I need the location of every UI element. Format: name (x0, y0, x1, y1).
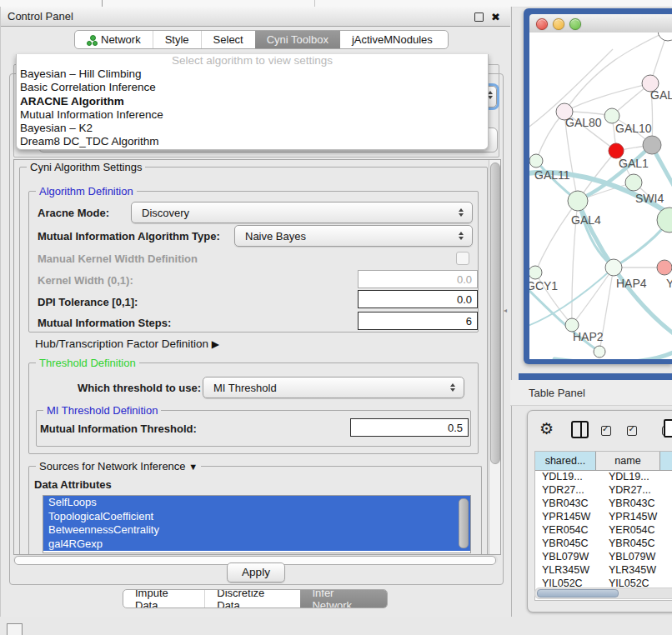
close-icon[interactable]: ✖ (491, 11, 500, 23)
node-y[interactable] (657, 260, 672, 275)
dropdown-item[interactable]: Mutual Information Inference (17, 108, 488, 122)
column-header-name[interactable]: name (596, 452, 660, 471)
table-cell: YBR043C (602, 497, 672, 510)
tab-discretize-data[interactable]: Discretize Data (204, 590, 300, 608)
threshold-definition-title: Threshold Definition (36, 357, 139, 369)
node[interactable] (594, 346, 605, 358)
gear-icon[interactable]: ⚙ (539, 419, 554, 438)
aracne-mode-value: Discovery (132, 207, 454, 219)
attribute-list-item[interactable]: gal4RGexp (43, 538, 470, 552)
aracne-mode-select[interactable]: Discovery (131, 202, 473, 223)
table-row[interactable]: YBR045CYBR045C9. (535, 537, 672, 550)
attribute-list-item[interactable]: SelfLoops (43, 496, 470, 510)
pane-splitter-handle[interactable]: ◂ (504, 308, 508, 313)
tab-impute-data[interactable]: Impute Data (123, 590, 204, 608)
scrollbar-thumb[interactable] (490, 162, 500, 464)
node-label: GAL11 (534, 168, 570, 182)
minimize-traffic-light-icon[interactable] (553, 18, 564, 30)
zoom-traffic-light-icon[interactable] (569, 18, 581, 30)
data-attributes-list[interactable]: SelfLoopsTopologicalCoefficientBetweenne… (43, 495, 471, 553)
table-row[interactable]: YER054CYER054C8. (535, 523, 672, 537)
table-window-top-edge (519, 373, 672, 380)
network-window-titlebar[interactable] (529, 14, 672, 33)
control-panel-title: Control Panel (8, 10, 73, 22)
node-swi4[interactable] (625, 174, 642, 191)
dropdown-item[interactable]: Basic Correlation Inference (17, 81, 488, 94)
grid-panel-icon[interactable] (7, 623, 23, 635)
table-cell: YBR045C (535, 537, 602, 550)
node-attribute-table[interactable]: shared...nameA YDL19...YDL19...13YDR27..… (534, 451, 672, 601)
mi-threshold-input[interactable]: 0.5 (350, 418, 469, 437)
node-hap4[interactable] (605, 259, 622, 276)
tab-label: Style (165, 33, 189, 46)
attributes-scrollbar[interactable] (459, 498, 469, 548)
tab-network[interactable]: Network (75, 31, 153, 48)
export-table-icon[interactable] (664, 419, 672, 438)
dpi-tolerance-input[interactable]: 0.0 (358, 290, 478, 308)
dropdown-item[interactable]: Bayesian – K2 (17, 122, 488, 135)
table-row[interactable]: YPR145WYPR145W9. (535, 510, 672, 523)
aracne-mode-label: Aracne Mode: (38, 207, 109, 219)
table-horizontal-scrollbar[interactable] (534, 588, 672, 599)
cyni-toolbox-content: gal-filtered sif default node Cyni Algor… (9, 73, 504, 585)
mi-algorithm-type-select[interactable]: Naive Bayes (234, 225, 473, 247)
select-all-checkbox-icon2[interactable] (627, 426, 637, 436)
manual-kernel-label: Manual Kernel Width Definition (38, 252, 198, 265)
tab-infer-network[interactable]: Infer Network (300, 590, 387, 608)
control-panel-titlebar[interactable]: Control Panel ✖ (1, 7, 510, 27)
which-threshold-select[interactable]: MI Threshold (203, 377, 464, 398)
dpi-tolerance-label: DPI Tolerance [0,1]: (38, 296, 138, 308)
float-window-icon[interactable] (474, 12, 484, 22)
table-row[interactable]: YDR27...YDR27...12 (535, 483, 672, 497)
split-columns-icon[interactable] (571, 421, 589, 438)
node[interactable] (643, 136, 661, 154)
network-view-window: GALGAL80GAL10GAL1GAL11SWI4GAL4GCY1HAP4YH… (524, 8, 672, 364)
column-header-a[interactable]: A (660, 452, 672, 471)
close-traffic-light-icon[interactable] (536, 18, 548, 30)
node[interactable] (658, 32, 672, 41)
table-row[interactable]: YDL19...YDL19...13 (535, 470, 672, 483)
control-panel-tabbar: NetworkStyleSelectCyni ToolboxjActiveMNo… (74, 30, 449, 49)
attribute-list-item[interactable]: TopologicalCoefficient (43, 510, 470, 524)
scrollbar-thumb[interactable] (537, 589, 619, 598)
cyni-settings-group-title: Cyni Algorithm Settings (27, 161, 145, 173)
dropdown-item[interactable]: ARACNE Algorithm (17, 95, 488, 108)
node[interactable] (657, 208, 672, 232)
tab-label: Impute Data (135, 589, 193, 608)
column-header-shared-[interactable]: shared... (535, 452, 596, 471)
tab-cyni-toolbox[interactable]: Cyni Toolbox (255, 31, 340, 48)
hub-definition-toggle[interactable]: Hub/Transcription Factor Definition ▶ (35, 338, 219, 350)
node-gal4[interactable] (568, 191, 588, 211)
network-canvas[interactable]: GALGAL80GAL10GAL1GAL11SWI4GAL4GCY1HAP4YH… (529, 32, 672, 359)
table-row[interactable]: YLR345WYLR345W9. (535, 563, 672, 577)
table-panel-header[interactable]: Table Panel (510, 380, 672, 406)
cyni-algorithm-settings-group: Cyni Algorithm Settings Algorithm Defini… (19, 167, 488, 555)
mi-steps-input[interactable]: 6 (358, 312, 478, 330)
apply-button[interactable]: Apply (227, 562, 285, 582)
which-threshold-label: Which threshold to use: (78, 382, 201, 394)
node-gal11[interactable] (529, 154, 543, 168)
mi-type-label: Mutual Information Algorithm Type: (38, 230, 220, 242)
select-all-checkbox-icon[interactable] (601, 426, 611, 436)
attribute-list-item[interactable]: BetweennessCentrality (43, 523, 470, 538)
node-gcy1[interactable] (529, 266, 542, 279)
kernel-width-input[interactable]: 0.0 (358, 270, 478, 288)
node-label: GAL4 (571, 213, 601, 227)
table-row[interactable]: YBL079WYBL079W (535, 550, 672, 563)
sources-group-title[interactable]: Sources for Network Inference ▼ (36, 460, 201, 472)
table-cell: YBR043C (535, 497, 602, 510)
tab-style[interactable]: Style (153, 31, 201, 48)
toolbar-tick (314, 0, 315, 7)
table-cell: YDR27... (602, 483, 672, 497)
table-cell: YLR345W (602, 563, 672, 577)
dropdown-item[interactable]: Bayesian – Hill Climbing (17, 68, 488, 81)
manual-kernel-checkbox[interactable] (456, 252, 469, 265)
settings-vertical-scrollbar[interactable] (489, 160, 500, 554)
tab-select[interactable]: Select (201, 31, 255, 48)
mi-threshold-definition-title: MI Threshold Definition (43, 404, 161, 417)
table-row[interactable]: YBR043CYBR043C (535, 497, 672, 510)
dropdown-item[interactable]: Dream8 DC_TDC Algorithm (17, 135, 488, 148)
algorithm-definition-title: Algorithm Definition (36, 185, 137, 198)
expand-arrow-icon: ▶ (212, 338, 219, 350)
tab-jactivemnodules[interactable]: jActiveMNodules (340, 31, 444, 48)
